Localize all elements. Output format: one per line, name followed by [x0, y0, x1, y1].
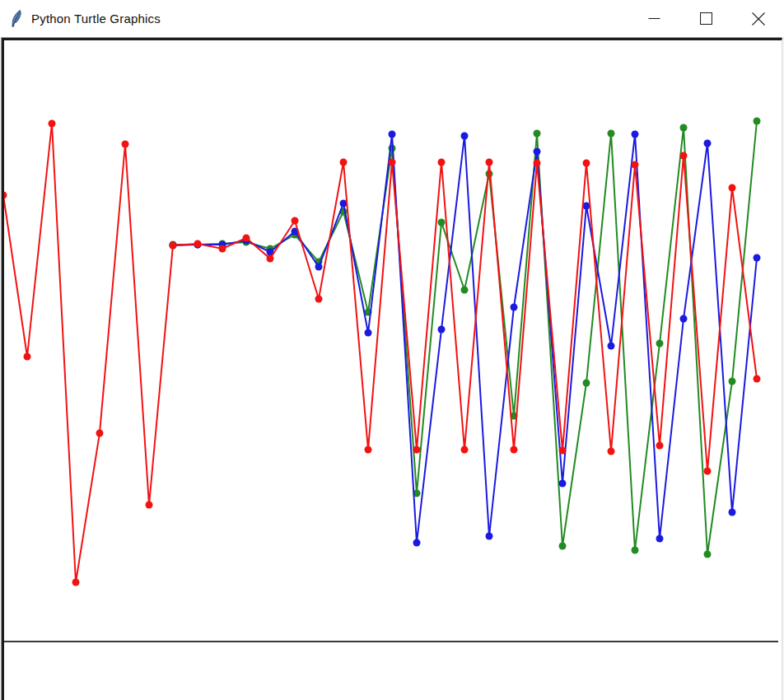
minimize-button[interactable]	[628, 0, 680, 37]
data-point-red	[486, 159, 493, 166]
minimize-icon	[648, 17, 660, 20]
data-point-green	[729, 378, 736, 385]
data-point-red	[96, 430, 104, 437]
data-point-red	[219, 245, 226, 253]
window-title: Python Turtle Graphics	[31, 12, 161, 26]
data-point-green	[754, 118, 761, 125]
maximize-button[interactable]	[680, 0, 732, 37]
data-point-blue	[559, 480, 567, 488]
data-point-blue	[461, 133, 469, 140]
data-point-green	[534, 130, 541, 138]
data-point-green	[656, 340, 664, 348]
data-point-red	[413, 446, 421, 454]
series-green	[170, 118, 761, 558]
series-red	[4, 120, 761, 586]
series-blue	[170, 131, 761, 547]
data-point-blue	[315, 264, 323, 271]
data-point-red	[729, 184, 736, 192]
data-point-blue	[754, 254, 761, 262]
data-point-red	[583, 160, 590, 167]
data-point-blue	[608, 343, 615, 350]
data-point-red	[511, 446, 518, 454]
data-point-blue	[511, 304, 518, 311]
data-point-red	[559, 447, 567, 455]
data-point-green	[438, 219, 446, 226]
data-point-red	[389, 159, 396, 166]
data-point-red	[608, 448, 615, 455]
tk-feather-icon	[9, 8, 24, 30]
window-controls	[628, 0, 784, 37]
data-point-red	[438, 159, 446, 166]
data-point-blue	[389, 131, 396, 138]
data-point-red	[194, 240, 202, 248]
data-point-red	[146, 502, 153, 509]
data-point-red	[534, 160, 541, 167]
data-point-red	[243, 235, 250, 242]
data-point-blue	[486, 533, 493, 540]
turtle-window: { "window": { "title": "Python Turtle Gr…	[0, 0, 784, 700]
data-point-red	[4, 192, 7, 199]
data-point-red	[267, 255, 274, 263]
data-point-red	[49, 120, 56, 128]
data-point-red	[704, 468, 712, 475]
title-bar: Python Turtle Graphics	[0, 0, 784, 37]
data-point-blue	[656, 535, 664, 543]
data-point-blue	[413, 539, 421, 547]
data-point-red	[680, 152, 688, 160]
data-point-green	[461, 287, 469, 294]
maximize-icon	[700, 12, 712, 25]
data-point-red	[340, 159, 348, 166]
data-point-blue	[365, 329, 372, 337]
data-point-blue	[438, 326, 446, 334]
data-point-red	[292, 217, 299, 225]
data-point-blue	[534, 148, 541, 156]
data-point-green	[583, 380, 590, 387]
data-point-blue	[729, 509, 736, 516]
data-point-blue	[704, 140, 712, 147]
data-point-blue	[632, 131, 639, 138]
data-point-green	[559, 543, 567, 550]
data-point-red	[72, 579, 80, 586]
line-chart	[4, 40, 778, 698]
data-point-red	[315, 296, 323, 303]
data-point-red	[365, 446, 372, 454]
turtle-canvas	[2, 38, 782, 700]
data-point-green	[608, 130, 615, 138]
data-point-blue	[680, 315, 688, 323]
data-point-green	[704, 551, 712, 558]
data-point-red	[461, 446, 469, 454]
data-point-red	[24, 353, 31, 361]
close-button[interactable]	[732, 0, 784, 37]
data-point-green	[680, 124, 688, 132]
data-point-red	[656, 442, 664, 450]
data-point-red	[754, 376, 761, 383]
data-point-red	[632, 161, 639, 169]
data-point-green	[632, 547, 639, 554]
data-point-red	[122, 141, 129, 148]
series-line-red	[4, 124, 757, 582]
close-icon	[752, 12, 765, 26]
data-point-red	[170, 242, 177, 250]
